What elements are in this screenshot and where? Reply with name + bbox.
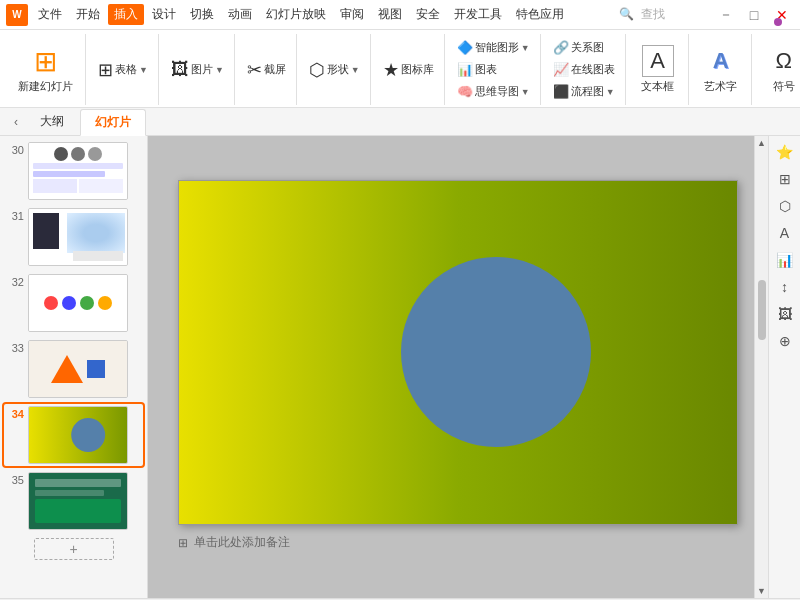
shape-dropdown-icon: ▼	[351, 65, 360, 75]
arttext-icon: A	[705, 45, 737, 77]
tab-outline[interactable]: 大纲	[26, 109, 78, 134]
slide-thumb-34[interactable]: 34	[4, 404, 143, 466]
table-icon: ⊞	[98, 59, 113, 81]
title-bar-left: W 文件 开始 插入 设计 切换 动画 幻灯片放映 审阅 视图 安全 开发工具 …	[6, 4, 570, 26]
sidebar-chart-btn[interactable]: 📊	[773, 248, 797, 272]
slide-img-30	[28, 142, 128, 200]
flowchart-icon: ⬛	[553, 84, 569, 99]
menu-design[interactable]: 设计	[146, 4, 182, 25]
slide-num-30: 30	[6, 142, 24, 156]
slide-thumb-32[interactable]: 32	[4, 272, 143, 334]
online-chart-icon: 📈	[553, 62, 569, 77]
symbol-button[interactable]: Ω 符号	[762, 43, 800, 96]
mind-map-icon: 🧠	[457, 84, 473, 99]
flowchart-button[interactable]: ⬛ 流程图 ▼	[549, 82, 619, 101]
picture-button[interactable]: 🖼 图片 ▼	[167, 57, 228, 82]
slide-img-33	[28, 340, 128, 398]
textbox-button[interactable]: A 文本框	[636, 43, 680, 96]
relation-button[interactable]: 🔗 关系图	[549, 38, 619, 57]
menu-special[interactable]: 特色应用	[510, 4, 570, 25]
menu-transition[interactable]: 切换	[184, 4, 220, 25]
restore-btn[interactable]: □	[742, 3, 766, 27]
arttext-button[interactable]: A 艺术字	[699, 43, 743, 96]
smart-shape-dropdown: ▼	[521, 43, 530, 53]
menu-animation[interactable]: 动画	[222, 4, 258, 25]
menu-devtools[interactable]: 开发工具	[448, 4, 508, 25]
slide-num-35: 35	[6, 472, 24, 486]
iconlib-icon: ★	[383, 59, 399, 81]
menu-review[interactable]: 审阅	[334, 4, 370, 25]
slide-thumb-30[interactable]: 30	[4, 140, 143, 202]
menu-home[interactable]: 开始	[70, 4, 106, 25]
flowchart-dropdown: ▼	[606, 87, 615, 97]
online-chart-button[interactable]: 📈 在线图表	[549, 60, 619, 79]
slide-thumb-33[interactable]: 33	[4, 338, 143, 400]
sidebar-text-btn[interactable]: A	[773, 221, 797, 245]
slide-canvas[interactable]	[178, 180, 738, 525]
sidebar-star-btn[interactable]: ⭐	[773, 140, 797, 164]
relation-icon: 🔗	[553, 40, 569, 55]
scroll-down-btn[interactable]: ▼	[755, 584, 769, 598]
slide-thumb-31[interactable]: 31	[4, 206, 143, 268]
sidebar-image-btn[interactable]: 🖼	[773, 302, 797, 326]
main-content: 30 31	[0, 136, 800, 598]
slide-img-32	[28, 274, 128, 332]
slide-panel: 30 31	[0, 136, 148, 598]
slide-num-34: 34	[6, 406, 24, 420]
doc-title: 🔍 查找	[570, 6, 714, 23]
right-sidebar: ⭐ ⊞ ⬡ A 📊 ↕ 🖼 ⊕	[768, 136, 800, 598]
add-slide-button[interactable]: +	[34, 538, 114, 560]
slide-img-35	[28, 472, 128, 530]
slide-num-32: 32	[6, 274, 24, 288]
menu-file[interactable]: 文件	[32, 4, 68, 25]
caption-icon: ⊞	[178, 536, 188, 550]
smart-shape-icon: 🔷	[457, 40, 473, 55]
new-slide-label: 新建幻灯片	[18, 79, 73, 94]
picture-icon: 🖼	[171, 59, 189, 80]
tab-bar: ‹ 大纲 幻灯片	[0, 108, 800, 136]
sidebar-arrow-btn[interactable]: ↕	[773, 275, 797, 299]
menu-view[interactable]: 视图	[372, 4, 408, 25]
menu-slideshow[interactable]: 幻灯片放映	[260, 4, 332, 25]
search-icon: 🔍	[619, 7, 634, 21]
new-slide-button[interactable]: ⊞ 新建幻灯片	[14, 43, 77, 96]
title-bar: W 文件 开始 插入 设计 切换 动画 幻灯片放映 审阅 视图 安全 开发工具 …	[0, 0, 800, 30]
scroll-up-btn[interactable]: ▲	[755, 136, 769, 150]
sidebar-plus-btn[interactable]: ⊕	[773, 329, 797, 353]
slide-num-31: 31	[6, 208, 24, 222]
chart-button[interactable]: 📊 图表	[453, 60, 534, 79]
minimize-btn[interactable]: －	[714, 3, 738, 27]
chart-icon: 📊	[457, 62, 473, 77]
slide-img-34	[28, 406, 128, 464]
tab-chevron-left[interactable]: ‹	[8, 114, 24, 130]
screenshot-button[interactable]: ✂ 截屏	[243, 57, 290, 83]
tab-slides[interactable]: 幻灯片	[80, 109, 146, 136]
shape-button[interactable]: ⬡ 形状 ▼	[305, 57, 364, 83]
caption-text[interactable]: 单击此处添加备注	[194, 534, 290, 551]
menu-bar: 文件 开始 插入 设计 切换 动画 幻灯片放映 审阅 视图 安全 开发工具 特色…	[32, 4, 570, 25]
symbol-icon: Ω	[768, 45, 800, 77]
picture-dropdown-icon: ▼	[215, 65, 224, 75]
wps-logo-icon: W	[6, 4, 28, 26]
menu-security[interactable]: 安全	[410, 4, 446, 25]
sidebar-shape-btn[interactable]: ⬡	[773, 194, 797, 218]
slide-img-31	[28, 208, 128, 266]
menu-insert[interactable]: 插入	[108, 4, 144, 25]
slide-num-33: 33	[6, 340, 24, 354]
mind-map-button[interactable]: 🧠 思维导图 ▼	[453, 82, 534, 101]
scroll-track	[755, 150, 768, 584]
vertical-scrollbar: ▲ ▼	[754, 136, 768, 598]
caption-bar: ⊞ 单击此处添加备注	[178, 531, 738, 555]
slide-thumb-35[interactable]: 35	[4, 470, 143, 532]
window-controls: － □ ✕	[714, 3, 794, 27]
scroll-thumb[interactable]	[758, 280, 766, 340]
table-button[interactable]: ⊞ 表格 ▼	[94, 57, 152, 83]
slide-circle	[401, 257, 591, 447]
smart-shape-button[interactable]: 🔷 智能图形 ▼	[453, 38, 534, 57]
canvas-area: ⊞ 单击此处添加备注 ▲ ▼	[148, 136, 768, 598]
new-slide-icon: ⊞	[30, 45, 62, 77]
ribbon: ⊞ 新建幻灯片 ⊞ 表格 ▼ 🖼 图片 ▼ ✂ 截屏 ⬡ 形状 ▼	[0, 30, 800, 108]
mind-map-dropdown: ▼	[521, 87, 530, 97]
iconlib-button[interactable]: ★ 图标库	[379, 57, 438, 83]
sidebar-grid-btn[interactable]: ⊞	[773, 167, 797, 191]
